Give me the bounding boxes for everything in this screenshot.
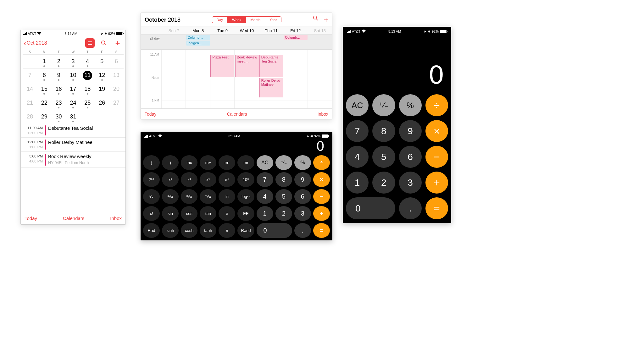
key-m[interactable]: m+: [200, 155, 216, 170]
key-cos[interactable]: cos: [181, 206, 197, 221]
day-header[interactable]: Mon 8: [186, 28, 210, 33]
day-header[interactable]: Sat 13: [308, 28, 332, 33]
event-block[interactable]: Pizza Fest: [210, 55, 234, 77]
event-block[interactable]: Roller Derby Matinee: [259, 78, 283, 97]
day-cell[interactable]: 27: [109, 96, 124, 110]
key-ln[interactable]: ln: [219, 189, 235, 204]
calendars-button[interactable]: Calendars: [227, 112, 247, 117]
allday-cell[interactable]: Columb…Indigen…: [186, 35, 210, 49]
key-[interactable]: =: [313, 223, 330, 238]
key-2[interactable]: 2: [275, 206, 292, 221]
day-cell[interactable]: 28: [23, 110, 37, 123]
key-1[interactable]: 1: [257, 206, 273, 221]
key-[interactable]: =: [425, 197, 448, 219]
day-cell[interactable]: 12: [95, 68, 109, 82]
key-[interactable]: ÷: [313, 155, 330, 170]
key-x[interactable]: x!: [143, 206, 160, 221]
key-[interactable]: −: [425, 146, 448, 168]
day-cell[interactable]: 16: [52, 82, 66, 96]
key-x[interactable]: ʸ√x: [200, 189, 216, 204]
day-header[interactable]: Sun 7: [162, 28, 186, 33]
key-[interactable]: .: [294, 223, 311, 238]
key-x[interactable]: x³: [181, 172, 197, 187]
view-toggle-button[interactable]: [85, 38, 95, 48]
day-cell[interactable]: 20: [109, 82, 124, 96]
allday-cell[interactable]: [308, 35, 332, 49]
allday-cell[interactable]: [235, 35, 259, 49]
key-7[interactable]: 7: [257, 172, 273, 187]
day-cell[interactable]: 17: [66, 82, 80, 96]
key-[interactable]: %: [399, 94, 422, 116]
day-cell[interactable]: 14: [23, 82, 37, 96]
allday-cell[interactable]: [162, 35, 186, 49]
day-cell[interactable]: 15: [37, 82, 52, 96]
key-m[interactable]: m-: [219, 155, 235, 170]
day-cell[interactable]: 18: [80, 82, 95, 96]
add-button[interactable]: +: [113, 38, 122, 48]
key-[interactable]: (: [143, 155, 160, 170]
key-x[interactable]: ²√x: [162, 189, 179, 204]
allday-event[interactable]: Columb…: [284, 35, 307, 40]
day-cell[interactable]: 6: [109, 54, 124, 68]
key-[interactable]: +: [425, 172, 448, 194]
key-ac[interactable]: AC: [346, 94, 369, 116]
day-cell[interactable]: 21: [23, 96, 37, 110]
key-2[interactable]: 2: [372, 172, 395, 194]
event-block[interactable]: Book Review meeti…: [235, 55, 259, 77]
day-cell[interactable]: 19: [95, 82, 109, 96]
day-cell[interactable]: 25: [80, 96, 95, 110]
add-button[interactable]: +: [324, 15, 328, 24]
seg-month[interactable]: Month: [246, 17, 265, 23]
day-cell[interactable]: 8: [37, 68, 52, 82]
day-cell[interactable]: 1: [37, 54, 52, 68]
key-6[interactable]: 6: [399, 146, 422, 168]
day-cell[interactable]: 3: [66, 54, 80, 68]
key-0[interactable]: 0: [257, 223, 292, 238]
day-cell[interactable]: 4: [80, 54, 95, 68]
allday-cell[interactable]: [259, 35, 283, 49]
search-button[interactable]: [313, 15, 318, 24]
allday-cell[interactable]: Columb…: [283, 35, 308, 49]
day-header[interactable]: Tue 9: [210, 28, 235, 33]
key-[interactable]: ⁺∕₋: [372, 94, 395, 116]
event-block[interactable]: Debu-tante Tea Social: [259, 55, 283, 77]
key-[interactable]: .: [399, 197, 422, 219]
key-rand[interactable]: Rand: [237, 223, 254, 238]
key-9[interactable]: 9: [294, 172, 311, 187]
seg-year[interactable]: Year: [265, 17, 281, 23]
key-[interactable]: %: [294, 155, 311, 170]
day-cell[interactable]: 2: [52, 54, 66, 68]
day-cell[interactable]: 13: [109, 68, 124, 82]
day-cell[interactable]: 11: [80, 68, 95, 82]
view-segmented[interactable]: DayWeekMonthYear: [212, 16, 282, 23]
key-7[interactable]: 7: [346, 120, 369, 142]
seg-week[interactable]: Week: [228, 17, 246, 23]
key-[interactable]: ⁺∕₋: [275, 155, 292, 170]
day-header[interactable]: Wed 10: [235, 28, 259, 33]
key-4[interactable]: 4: [346, 146, 369, 168]
day-cell[interactable]: 7: [23, 68, 37, 82]
today-button[interactable]: Today: [25, 216, 37, 221]
key-x[interactable]: ³√x: [181, 189, 197, 204]
day-cell[interactable]: 5: [95, 54, 109, 68]
day-cell[interactable]: 24: [66, 96, 80, 110]
key-0[interactable]: 0: [346, 197, 395, 219]
key-log[interactable]: log₁₀: [237, 189, 254, 204]
allday-cell[interactable]: [210, 35, 235, 49]
event-row[interactable]: 12:00 PM1:00 PMRoller Derby Matinee: [21, 138, 125, 152]
calendars-button[interactable]: Calendars: [63, 216, 84, 221]
key-9[interactable]: 9: [399, 120, 422, 142]
key-[interactable]: ): [162, 155, 179, 170]
event-row[interactable]: 11:00 AM12:00 PMDebutante Tea Social: [21, 123, 125, 138]
key-2[interactable]: 2ⁿᵈ: [143, 172, 160, 187]
day-cell[interactable]: 22: [37, 96, 52, 110]
seg-day[interactable]: Day: [212, 17, 228, 23]
search-button[interactable]: [99, 38, 108, 48]
key-tan[interactable]: tan: [200, 206, 216, 221]
key-[interactable]: ×: [425, 120, 448, 142]
key-sinh[interactable]: sinh: [162, 223, 179, 238]
day-cell[interactable]: 10: [66, 68, 80, 82]
key-[interactable]: π: [219, 223, 235, 238]
back-button[interactable]: ‹ Oct 2018: [24, 40, 47, 47]
key-8[interactable]: 8: [372, 120, 395, 142]
